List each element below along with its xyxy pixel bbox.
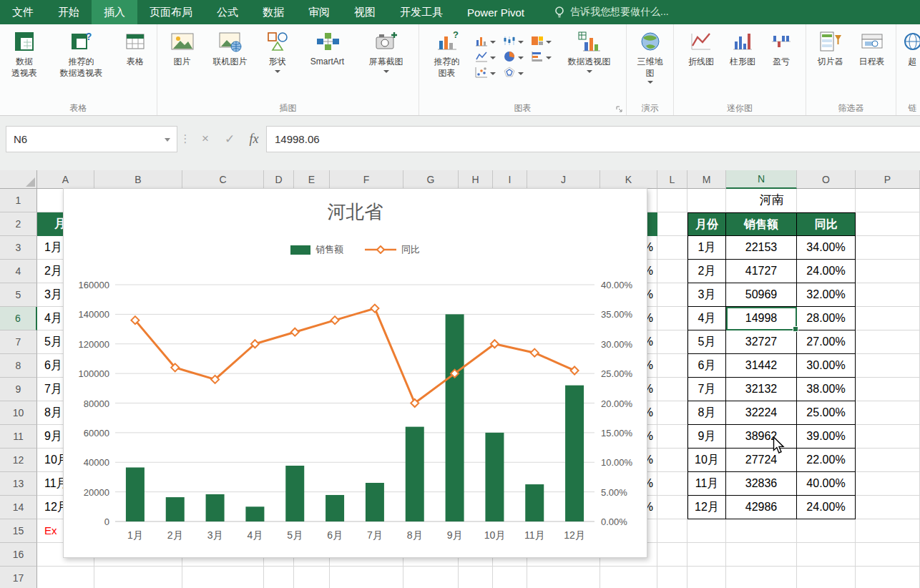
timeline-button[interactable]: 日程表 — [851, 26, 893, 68]
column-header-K[interactable]: K — [600, 170, 657, 189]
row-header-17[interactable]: 17 — [0, 567, 37, 588]
right-table-cell-r10c2[interactable]: 27724 — [726, 449, 797, 472]
pivottable-button[interactable]: 数据 透视表 — [2, 26, 47, 79]
row-header-15[interactable]: 15 — [0, 519, 37, 543]
right-table-cell-r1c1[interactable]: 1月 — [687, 236, 726, 260]
sparkline-winloss-button[interactable]: 盈亏 — [763, 26, 799, 68]
right-table-cell-r9c3[interactable]: 39.00% — [797, 425, 856, 449]
ribbon-tab-3[interactable]: 插入 — [92, 0, 137, 24]
column-header-I[interactable]: I — [493, 170, 527, 189]
enter-button[interactable]: ✓ — [217, 132, 242, 147]
right-table-cell-r7c2[interactable]: 32132 — [726, 378, 797, 401]
name-box-dropdown-icon[interactable] — [165, 138, 170, 142]
ribbon-tab-7[interactable]: 审阅 — [296, 0, 342, 24]
pictures-button[interactable]: 图片 — [162, 26, 202, 68]
right-table-cell-r3c1[interactable]: 3月 — [687, 283, 726, 307]
right-table-cell-r6c3[interactable]: 30.00% — [797, 354, 856, 378]
sparkline-line-button[interactable]: 折线图 — [680, 26, 722, 68]
right-table-cell-r3c3[interactable]: 32.00% — [797, 283, 856, 307]
hyperlink-button[interactable]: 超 — [897, 26, 920, 68]
column-header-B[interactable]: B — [94, 170, 182, 189]
tell-me-box[interactable]: 告诉我您想要做什么... — [554, 0, 669, 24]
name-box[interactable]: N6 — [6, 126, 177, 152]
right-table-cell-r6c1[interactable]: 6月 — [687, 354, 726, 378]
right-table-cell-r11c1[interactable]: 11月 — [687, 472, 726, 496]
right-table-header-2[interactable]: 销售额 — [726, 212, 797, 236]
right-table-cell-r5c3[interactable]: 27.00% — [797, 330, 856, 354]
row-header-5[interactable]: 5 — [0, 283, 37, 307]
right-table-cell-r6c2[interactable]: 31442 — [726, 354, 797, 378]
right-table-cell-r7c3[interactable]: 38.00% — [797, 378, 856, 401]
row-header-16[interactable]: 16 — [0, 543, 37, 567]
slicer-button[interactable]: 切片器 — [810, 26, 851, 68]
column-header-O[interactable]: O — [797, 170, 856, 189]
insert-line-chart-button[interactable] — [475, 51, 496, 62]
right-table-cell-r11c2[interactable]: 32836 — [726, 472, 797, 496]
pivotchart-dropdown-icon[interactable] — [587, 70, 592, 73]
right-table-title[interactable]: 河南 — [687, 189, 856, 212]
select-all-corner[interactable] — [0, 170, 37, 189]
right-table-cell-r5c1[interactable]: 5月 — [687, 330, 726, 354]
column-header-D[interactable]: D — [264, 170, 294, 189]
row-header-7[interactable]: 7 — [0, 330, 37, 354]
shapes-dropdown-icon[interactable] — [275, 70, 280, 73]
ribbon-tab-1[interactable]: 文件 — [0, 0, 46, 24]
column-header-P[interactable]: P — [856, 170, 920, 189]
insert-pie-chart-button[interactable] — [503, 51, 524, 62]
row-header-4[interactable]: 4 — [0, 260, 37, 283]
right-table-cell-r2c2[interactable]: 41727 — [726, 260, 797, 283]
column-header-F[interactable]: F — [330, 170, 403, 189]
column-header-G[interactable]: G — [403, 170, 459, 189]
ribbon-tab-2[interactable]: 开始 — [46, 0, 92, 24]
selected-cell-N6[interactable] — [726, 307, 797, 330]
right-table-cell-r5c2[interactable]: 32727 — [726, 330, 797, 354]
column-header-J[interactable]: J — [527, 170, 600, 189]
online-pictures-button[interactable]: 联机图片 — [202, 26, 258, 68]
right-table-cell-r10c3[interactable]: 22.00% — [797, 449, 856, 472]
right-table-cell-r9c2[interactable]: 38962 — [726, 425, 797, 449]
insert-function-button[interactable]: fx — [242, 132, 266, 147]
shapes-button[interactable]: 形状 — [258, 26, 297, 73]
column-header-A[interactable]: A — [37, 170, 94, 189]
3d-map-dropdown-icon[interactable] — [647, 81, 653, 84]
row-header-14[interactable]: 14 — [0, 496, 37, 519]
row-header-9[interactable]: 9 — [0, 378, 37, 401]
formula-input[interactable]: 14998.06 — [266, 126, 920, 152]
row-header-10[interactable]: 10 — [0, 401, 37, 425]
column-header-E[interactable]: E — [294, 170, 330, 189]
insert-bar-chart-button[interactable] — [531, 51, 552, 62]
insert-radar-chart-button[interactable] — [503, 67, 524, 78]
ribbon-tab-8[interactable]: 视图 — [342, 0, 388, 24]
right-table-cell-r1c2[interactable]: 22153 — [726, 236, 797, 260]
recommended-charts-button[interactable]: ? 推荐的 图表 — [424, 26, 471, 79]
right-table-cell-r12c3[interactable]: 24.00% — [797, 496, 856, 519]
row-header-3[interactable]: 3 — [0, 236, 37, 260]
right-table-header-1[interactable]: 月份 — [687, 212, 726, 236]
column-header-N[interactable]: N — [726, 170, 797, 189]
ribbon-tab-9[interactable]: 开发工具 — [388, 0, 455, 24]
ribbon-tab-6[interactable]: 数据 — [250, 0, 296, 24]
right-table-cell-r8c1[interactable]: 8月 — [687, 401, 726, 425]
3d-map-button[interactable]: 三维地 图 — [629, 26, 672, 84]
right-table-cell-r12c1[interactable]: 12月 — [687, 496, 726, 519]
right-table-cell-r10c1[interactable]: 10月 — [687, 449, 726, 472]
right-table-cell-r1c3[interactable]: 34.00% — [797, 236, 856, 260]
column-header-M[interactable]: M — [687, 170, 726, 189]
table-button[interactable]: 表格 — [116, 26, 155, 68]
right-table-cell-r4c1[interactable]: 4月 — [687, 307, 726, 330]
screenshot-dropdown-icon[interactable] — [383, 70, 389, 73]
right-table-cell-r3c2[interactable]: 50969 — [726, 283, 797, 307]
right-table-cell-r2c3[interactable]: 24.00% — [797, 260, 856, 283]
right-table-cell-r2c1[interactable]: 2月 — [687, 260, 726, 283]
right-table-cell-r7c1[interactable]: 7月 — [687, 378, 726, 401]
row-header-1[interactable]: 1 — [0, 189, 37, 212]
insert-scatter-chart-button[interactable] — [475, 67, 496, 78]
row-header-13[interactable]: 13 — [0, 472, 37, 496]
insert-waterfall-chart-button[interactable] — [503, 35, 524, 46]
row-header-6[interactable]: 6 — [0, 307, 37, 330]
insert-treemap-chart-button[interactable] — [531, 35, 552, 46]
row-header-11[interactable]: 11 — [0, 425, 37, 449]
ribbon-tab-4[interactable]: 页面布局 — [137, 0, 205, 24]
row-header-2[interactable]: 2 — [0, 212, 37, 236]
right-table-cell-r9c1[interactable]: 9月 — [687, 425, 726, 449]
